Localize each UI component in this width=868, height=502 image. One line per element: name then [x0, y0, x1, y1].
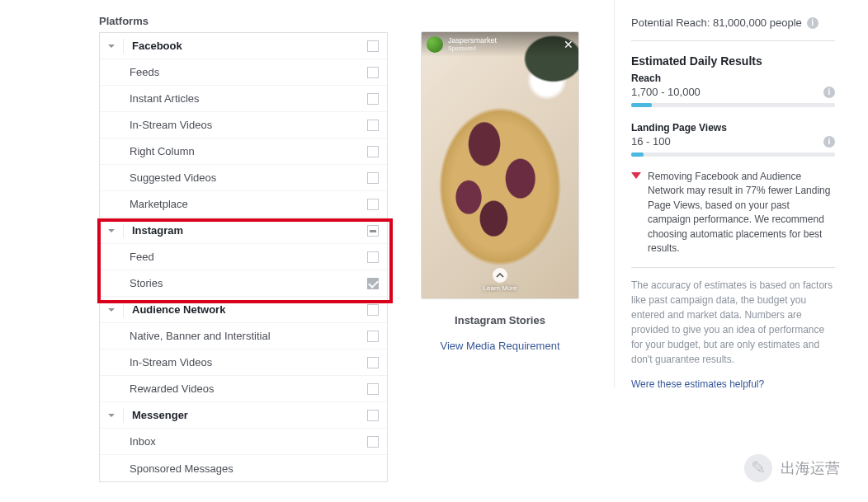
story-preview-account: Jaspersmarket Sponsored: [448, 37, 497, 52]
platform-child-feed[interactable]: Feed: [100, 244, 387, 270]
platform-child-checkbox[interactable]: [367, 172, 379, 184]
story-preview-account-name: Jaspersmarket: [448, 37, 497, 45]
reach-metric-label: Reach: [631, 73, 853, 84]
platform-child-checkbox[interactable]: [367, 436, 379, 448]
lpv-metric-label: Landing Page Views: [631, 122, 853, 134]
story-preview-image: [422, 32, 578, 298]
reach-bar-fill: [631, 103, 652, 107]
platform-group-label: Messenger: [132, 409, 367, 421]
platform-child-label: Native, Banner and Interstitial: [100, 330, 367, 342]
platform-child-label: Rewarded Videos: [100, 382, 367, 395]
chevron-up-icon: [493, 268, 507, 283]
platform-child-checkbox[interactable]: [367, 67, 379, 78]
divider: [123, 223, 124, 238]
platform-child-label: Feeds: [100, 66, 367, 78]
estimated-daily-results-heading: Estimated Daily Results: [631, 54, 853, 68]
info-icon[interactable]: i: [807, 17, 818, 29]
platform-child-label: Sponsored Messages: [100, 462, 387, 475]
lpv-metric-range: 16 - 100: [631, 135, 671, 148]
divider: [631, 40, 835, 41]
platform-child-label: In-Stream Videos: [100, 119, 367, 131]
lpv-bar-fill: [631, 152, 644, 157]
chevron-down-icon[interactable]: [106, 226, 116, 236]
platform-child-sponsored-messages[interactable]: Sponsored Messages: [100, 455, 387, 481]
platform-group-label: Facebook: [132, 40, 367, 52]
platform-child-feeds[interactable]: Feeds: [100, 59, 387, 86]
placement-preview-panel: Jaspersmarket Sponsored ✕ Learn More Ins…: [410, 31, 590, 352]
info-icon[interactable]: i: [823, 87, 835, 98]
estimates-feedback-link[interactable]: Were these estimates helpful?: [631, 378, 853, 390]
platform-group-label: Instagram: [132, 224, 367, 237]
platform-child-checkbox[interactable]: [367, 278, 379, 289]
platform-child-native-banner-and-interstitial[interactable]: Native, Banner and Interstitial: [100, 323, 387, 350]
placement-warning-text: Removing Facebook and Audience Network m…: [648, 170, 835, 256]
platform-child-label: Right Column: [100, 145, 367, 157]
watermark: ✎ 出海运营: [744, 454, 840, 482]
platform-child-label: Instant Articles: [100, 92, 367, 105]
story-preview-card: Jaspersmarket Sponsored ✕ Learn More: [421, 31, 579, 299]
platform-group-checkbox[interactable]: [367, 225, 379, 237]
platform-group-messenger[interactable]: Messenger: [100, 402, 387, 429]
story-preview-avatar: [427, 36, 443, 53]
platform-child-in-stream-videos[interactable]: In-Stream Videos: [100, 350, 387, 376]
platform-group-checkbox[interactable]: [367, 304, 379, 316]
wechat-icon: ✎: [744, 454, 772, 482]
platform-child-checkbox[interactable]: [367, 146, 379, 157]
info-icon[interactable]: i: [823, 136, 835, 148]
platform-child-label: In-Stream Videos: [100, 356, 367, 368]
platform-child-right-column[interactable]: Right Column: [100, 138, 387, 165]
close-icon[interactable]: ✕: [564, 38, 573, 51]
platform-child-checkbox[interactable]: [367, 331, 379, 342]
platform-child-checkbox[interactable]: [367, 199, 379, 210]
platform-child-checkbox[interactable]: [367, 251, 379, 263]
chevron-down-icon[interactable]: [106, 411, 116, 420]
story-preview-header: Jaspersmarket Sponsored ✕: [422, 32, 578, 57]
chevron-down-icon[interactable]: [106, 305, 116, 315]
estimates-sidebar: Potential Reach: 81,000,000 people i Est…: [614, 0, 853, 387]
divider: [123, 408, 124, 423]
lpv-bar-track: [631, 152, 835, 157]
platform-child-checkbox[interactable]: [367, 357, 379, 368]
platform-child-inbox[interactable]: Inbox: [100, 429, 387, 455]
reach-bar-track: [631, 103, 835, 107]
platform-tree: FacebookFeedsInstant ArticlesIn-Stream V…: [99, 32, 388, 482]
platform-child-stories[interactable]: Stories: [100, 270, 387, 297]
platform-group-instagram[interactable]: Instagram: [100, 218, 387, 244]
platform-child-marketplace[interactable]: Marketplace: [100, 191, 387, 218]
placement-warning: Removing Facebook and Audience Network m…: [631, 170, 835, 256]
preview-caption: Instagram Stories: [410, 314, 590, 326]
potential-reach-line: Potential Reach: 81,000,000 people i: [631, 0, 853, 40]
divider: [631, 267, 835, 268]
story-preview-cta[interactable]: Learn More: [422, 268, 578, 292]
platform-child-in-stream-videos[interactable]: In-Stream Videos: [100, 112, 387, 138]
view-media-requirement-link[interactable]: View Media Requirement: [410, 340, 590, 352]
platform-child-label: Inbox: [100, 435, 367, 448]
reach-metric-range: 1,700 - 10,000: [631, 86, 701, 98]
platforms-heading: Platforms: [71, 0, 591, 32]
warning-icon: [631, 172, 641, 179]
platform-child-label: Feed: [100, 251, 367, 263]
watermark-text: 出海运营: [781, 458, 840, 478]
platform-child-instant-articles[interactable]: Instant Articles: [100, 86, 387, 112]
platform-group-checkbox[interactable]: [367, 410, 379, 421]
divider: [123, 39, 124, 54]
divider: [123, 303, 124, 317]
story-preview-account-sub: Sponsored: [448, 45, 497, 52]
potential-reach-label: Potential Reach:: [631, 16, 710, 29]
platform-child-checkbox[interactable]: [367, 93, 379, 105]
platform-child-label: Suggested Videos: [100, 171, 367, 184]
potential-reach-value: 81,000,000 people: [713, 16, 802, 29]
platform-group-checkbox[interactable]: [367, 40, 379, 52]
platform-group-label: Audience Network: [132, 303, 367, 316]
chevron-down-icon[interactable]: [106, 41, 116, 51]
platform-group-facebook[interactable]: Facebook: [100, 33, 387, 59]
platform-child-checkbox[interactable]: [367, 120, 379, 131]
platform-group-audience-network[interactable]: Audience Network: [100, 297, 387, 323]
platform-child-suggested-videos[interactable]: Suggested Videos: [100, 165, 387, 191]
platform-child-checkbox[interactable]: [367, 383, 379, 395]
story-preview-cta-label: Learn More: [484, 284, 517, 292]
platform-child-rewarded-videos[interactable]: Rewarded Videos: [100, 376, 387, 402]
estimates-disclaimer: The accuracy of estimates is based on fa…: [631, 278, 835, 367]
platform-child-label: Marketplace: [100, 198, 367, 210]
platform-child-label: Stories: [100, 277, 367, 289]
